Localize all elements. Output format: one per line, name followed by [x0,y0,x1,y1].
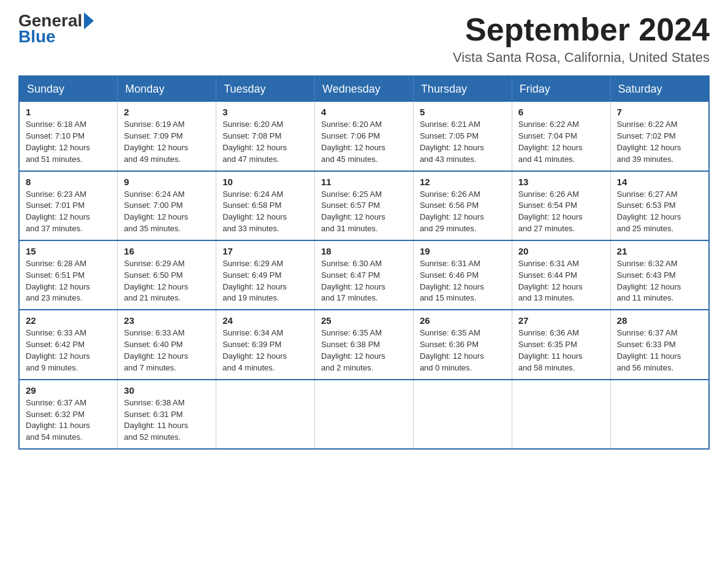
calendar-cell: 26 Sunrise: 6:35 AMSunset: 6:36 PMDaylig… [413,310,512,379]
calendar-cell: 19 Sunrise: 6:31 AMSunset: 6:46 PMDaylig… [413,240,512,310]
calendar-cell: 2 Sunrise: 6:19 AMSunset: 7:09 PMDayligh… [118,102,216,170]
day-info: Sunrise: 6:18 AMSunset: 7:10 PMDaylight:… [26,120,90,164]
day-number: 1 [26,107,111,117]
calendar-cell: 6 Sunrise: 6:22 AMSunset: 7:04 PMDayligh… [512,102,610,170]
day-info: Sunrise: 6:30 AMSunset: 6:47 PMDaylight:… [321,259,385,303]
day-info: Sunrise: 6:25 AMSunset: 6:57 PMDaylight:… [321,190,385,234]
title-area: September 2024 Vista Santa Rosa, Califor… [453,12,710,66]
calendar-cell: 14 Sunrise: 6:27 AMSunset: 6:53 PMDaylig… [610,171,709,240]
week-row-2: 8 Sunrise: 6:23 AMSunset: 7:01 PMDayligh… [19,171,709,240]
day-info: Sunrise: 6:37 AMSunset: 6:32 PMDaylight:… [26,398,90,442]
day-info: Sunrise: 6:23 AMSunset: 7:01 PMDaylight:… [26,190,90,234]
calendar-cell: 25 Sunrise: 6:35 AMSunset: 6:38 PMDaylig… [315,310,414,379]
header-wednesday: Wednesday [315,76,414,102]
calendar-cell: 30 Sunrise: 6:38 AMSunset: 6:31 PMDaylig… [118,380,216,449]
day-number: 5 [420,107,506,117]
day-info: Sunrise: 6:32 AMSunset: 6:43 PMDaylight:… [617,259,681,303]
calendar-cell: 23 Sunrise: 6:33 AMSunset: 6:40 PMDaylig… [118,310,216,379]
day-number: 13 [518,177,604,187]
calendar-cell: 29 Sunrise: 6:37 AMSunset: 6:32 PMDaylig… [19,380,118,449]
day-number: 10 [222,177,308,187]
day-info: Sunrise: 6:35 AMSunset: 6:36 PMDaylight:… [420,328,484,372]
day-number: 12 [420,177,506,187]
day-number: 6 [518,107,604,117]
day-info: Sunrise: 6:33 AMSunset: 6:42 PMDaylight:… [26,328,90,372]
day-info: Sunrise: 6:21 AMSunset: 7:05 PMDaylight:… [420,120,484,164]
day-info: Sunrise: 6:31 AMSunset: 6:46 PMDaylight:… [420,259,484,303]
week-row-1: 1 Sunrise: 6:18 AMSunset: 7:10 PMDayligh… [19,102,709,170]
header-saturday: Saturday [610,76,709,102]
calendar-cell: 8 Sunrise: 6:23 AMSunset: 7:01 PMDayligh… [19,171,118,240]
header-tuesday: Tuesday [216,76,315,102]
day-number: 20 [518,246,604,256]
month-title: September 2024 [453,12,710,47]
day-info: Sunrise: 6:28 AMSunset: 6:51 PMDaylight:… [26,259,90,303]
day-info: Sunrise: 6:22 AMSunset: 7:02 PMDaylight:… [617,120,681,164]
day-info: Sunrise: 6:29 AMSunset: 6:49 PMDaylight:… [222,259,287,303]
day-info: Sunrise: 6:24 AMSunset: 6:58 PMDaylight:… [222,190,287,234]
calendar-cell: 10 Sunrise: 6:24 AMSunset: 6:58 PMDaylig… [216,171,315,240]
calendar-cell: 4 Sunrise: 6:20 AMSunset: 7:06 PMDayligh… [315,102,414,170]
day-info: Sunrise: 6:26 AMSunset: 6:54 PMDaylight:… [518,190,583,234]
calendar-cell: 7 Sunrise: 6:22 AMSunset: 7:02 PMDayligh… [610,102,709,170]
calendar-cell: 17 Sunrise: 6:29 AMSunset: 6:49 PMDaylig… [216,240,315,310]
day-number: 8 [26,177,111,187]
day-number: 22 [26,315,111,326]
day-number: 28 [617,315,702,326]
weekday-header-row: Sunday Monday Tuesday Wednesday Thursday… [19,76,709,102]
day-info: Sunrise: 6:20 AMSunset: 7:06 PMDaylight:… [321,120,385,164]
day-info: Sunrise: 6:24 AMSunset: 7:00 PMDaylight:… [124,190,188,234]
calendar-cell: 21 Sunrise: 6:32 AMSunset: 6:43 PMDaylig… [610,240,709,310]
day-number: 4 [321,107,407,117]
day-info: Sunrise: 6:22 AMSunset: 7:04 PMDaylight:… [518,120,583,164]
day-info: Sunrise: 6:37 AMSunset: 6:33 PMDaylight:… [617,328,681,372]
day-info: Sunrise: 6:33 AMSunset: 6:40 PMDaylight:… [124,328,188,372]
calendar-cell: 1 Sunrise: 6:18 AMSunset: 7:10 PMDayligh… [19,102,118,170]
day-info: Sunrise: 6:35 AMSunset: 6:38 PMDaylight:… [321,328,385,372]
header-friday: Friday [512,76,610,102]
calendar-cell: 27 Sunrise: 6:36 AMSunset: 6:35 PMDaylig… [512,310,610,379]
calendar-cell: 20 Sunrise: 6:31 AMSunset: 6:44 PMDaylig… [512,240,610,310]
calendar-cell: 9 Sunrise: 6:24 AMSunset: 7:00 PMDayligh… [118,171,216,240]
day-number: 26 [420,315,506,326]
calendar-cell: 3 Sunrise: 6:20 AMSunset: 7:08 PMDayligh… [216,102,315,170]
calendar-cell: 28 Sunrise: 6:37 AMSunset: 6:33 PMDaylig… [610,310,709,379]
calendar-cell: 12 Sunrise: 6:26 AMSunset: 6:56 PMDaylig… [413,171,512,240]
calendar-cell [216,380,315,449]
day-number: 27 [518,315,604,326]
calendar-cell: 24 Sunrise: 6:34 AMSunset: 6:39 PMDaylig… [216,310,315,379]
day-info: Sunrise: 6:34 AMSunset: 6:39 PMDaylight:… [222,328,287,372]
day-number: 14 [617,177,702,187]
calendar-cell [610,380,709,449]
day-number: 21 [617,246,702,256]
header-thursday: Thursday [413,76,512,102]
day-number: 15 [26,246,111,256]
day-info: Sunrise: 6:20 AMSunset: 7:08 PMDaylight:… [222,120,287,164]
day-number: 9 [124,177,210,187]
day-number: 23 [124,315,210,326]
calendar-cell: 16 Sunrise: 6:29 AMSunset: 6:50 PMDaylig… [118,240,216,310]
day-number: 17 [222,246,308,256]
calendar-cell: 22 Sunrise: 6:33 AMSunset: 6:42 PMDaylig… [19,310,118,379]
calendar-cell: 5 Sunrise: 6:21 AMSunset: 7:05 PMDayligh… [413,102,512,170]
day-info: Sunrise: 6:36 AMSunset: 6:35 PMDaylight:… [518,328,583,372]
calendar-cell: 11 Sunrise: 6:25 AMSunset: 6:57 PMDaylig… [315,171,414,240]
page-header: General Blue September 2024 Vista Santa … [18,12,710,66]
day-number: 7 [617,107,702,117]
week-row-4: 22 Sunrise: 6:33 AMSunset: 6:42 PMDaylig… [19,310,709,379]
calendar-cell [315,380,414,449]
location-subtitle: Vista Santa Rosa, California, United Sta… [453,50,710,66]
day-number: 18 [321,246,407,256]
logo-arrow-icon [84,12,94,29]
calendar-cell [512,380,610,449]
day-info: Sunrise: 6:19 AMSunset: 7:09 PMDaylight:… [124,120,188,164]
day-info: Sunrise: 6:27 AMSunset: 6:53 PMDaylight:… [617,190,681,234]
day-number: 2 [124,107,210,117]
day-number: 19 [420,246,506,256]
day-info: Sunrise: 6:38 AMSunset: 6:31 PMDaylight:… [124,398,188,442]
header-sunday: Sunday [19,76,118,102]
day-number: 25 [321,315,407,326]
calendar-cell: 18 Sunrise: 6:30 AMSunset: 6:47 PMDaylig… [315,240,414,310]
day-number: 16 [124,246,210,256]
week-row-3: 15 Sunrise: 6:28 AMSunset: 6:51 PMDaylig… [19,240,709,310]
